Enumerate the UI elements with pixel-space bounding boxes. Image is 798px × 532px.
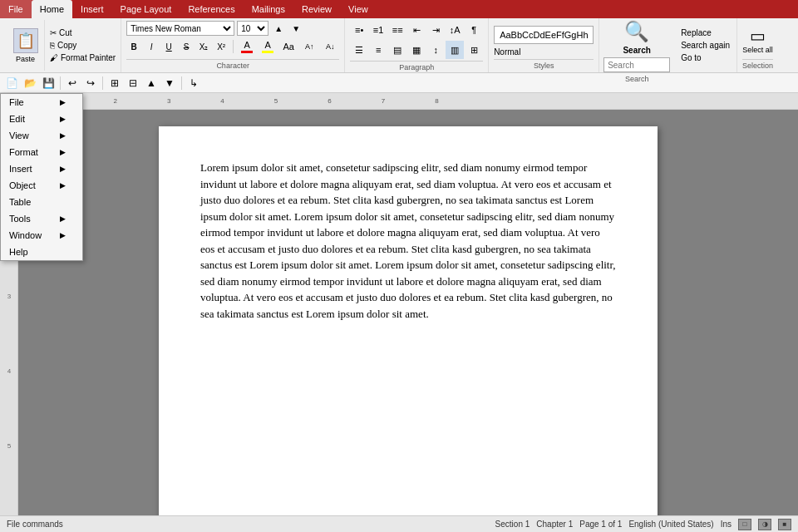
menu-arrow: ▶ bbox=[60, 231, 66, 239]
menu-arrow: ▶ bbox=[60, 148, 66, 156]
style-preview: AaBbCcDdEeFfGgHh bbox=[494, 26, 594, 44]
align-center-button[interactable]: ≡ bbox=[369, 41, 387, 59]
language-info: English (United States) bbox=[628, 520, 713, 529]
replace-button[interactable]: Replace bbox=[679, 27, 732, 38]
outdent-button[interactable]: ⇤ bbox=[407, 21, 426, 39]
style-name-label: Normal bbox=[494, 47, 520, 57]
menu-item-format[interactable]: Format ▶ bbox=[18, 144, 82, 160]
copy-button[interactable]: ⎘ Copy bbox=[48, 40, 117, 51]
tab-references[interactable]: References bbox=[180, 0, 243, 18]
paragraph-group: ≡• ≡1 ≡≡ ⇤ ⇥ ↕A ¶ ☰ ≡ ▤ ▦ ↕ ▥ ⊞ Paragrap… bbox=[345, 18, 489, 72]
menu-item-view[interactable]: View ▶ bbox=[18, 127, 82, 144]
selection-group: ▭ Select all Selection bbox=[737, 18, 778, 72]
menu-item-insert[interactable]: Insert ▶ bbox=[18, 160, 82, 177]
page-info: Page 1 of 1 bbox=[579, 520, 622, 529]
chapter-info: Chapter 1 bbox=[536, 520, 573, 529]
search-input[interactable] bbox=[603, 57, 670, 72]
tab-mailings[interactable]: Mailings bbox=[244, 0, 293, 18]
select-all-icon: ▭ bbox=[750, 26, 766, 46]
toolbar-btn-3[interactable]: ⊞ bbox=[106, 75, 123, 91]
font-down-button[interactable]: A↓ bbox=[321, 37, 339, 56]
styles-group: AaBbCcDdEeFfGgHh Normal Styles bbox=[489, 18, 599, 72]
status-icon-1: □ bbox=[738, 519, 751, 530]
pilcrow-button[interactable]: ¶ bbox=[465, 21, 483, 39]
sort-button[interactable]: ↕A bbox=[446, 21, 464, 39]
menu-arrow: ▶ bbox=[60, 115, 66, 123]
tab-page-layout[interactable]: Page Layout bbox=[112, 0, 180, 18]
font-color-bar bbox=[241, 51, 253, 53]
justify-button[interactable]: ▦ bbox=[407, 41, 426, 59]
toolbar-save-button[interactable]: 💾 bbox=[40, 75, 57, 91]
status-right: Section 1 Chapter 1 Page 1 of 1 English … bbox=[495, 519, 791, 530]
toolbar-btn-4[interactable]: ⊟ bbox=[125, 75, 141, 91]
border-button[interactable]: ⊞ bbox=[465, 41, 483, 59]
tab-insert[interactable]: Insert bbox=[72, 0, 112, 18]
paste-button[interactable]: 📋 Paste bbox=[7, 20, 45, 71]
bold-button[interactable]: B bbox=[126, 39, 141, 54]
menu-arrow: ▶ bbox=[60, 214, 66, 223]
menu-item-tools[interactable]: Tools ▶ bbox=[18, 210, 82, 227]
select-all-label: Select all bbox=[742, 46, 773, 54]
document-scroll-area[interactable]: File ▶ Edit ▶ View ▶ Format ▶ Insert ▶ bbox=[18, 110, 798, 515]
decrease-font-button[interactable]: ▼ bbox=[288, 21, 303, 36]
toolbar-open-button[interactable]: 📂 bbox=[22, 75, 38, 91]
highlight-color-button[interactable]: A bbox=[259, 37, 277, 56]
font-group-label: Character bbox=[126, 59, 339, 70]
menu-item-object[interactable]: Object ▶ bbox=[18, 177, 82, 194]
underline-button[interactable]: U bbox=[161, 39, 176, 54]
toolbar-new-button[interactable]: 📄 bbox=[3, 75, 20, 91]
toolbar-btn-7[interactable]: ↳ bbox=[185, 75, 202, 91]
toolbar-sep-1 bbox=[60, 76, 61, 90]
font-row-1: Times New Roman 10 12 14 ▲ ▼ bbox=[126, 21, 339, 36]
cut-button[interactable]: ✂ Cut bbox=[48, 27, 117, 38]
line-spacing-button[interactable]: ↕ bbox=[426, 41, 445, 59]
format-painter-button[interactable]: 🖌 Format Painter bbox=[48, 52, 117, 63]
para-row-2: ☰ ≡ ▤ ▦ ↕ ▥ ⊞ bbox=[350, 41, 483, 59]
status-icon-2: ◑ bbox=[758, 519, 771, 530]
tab-file[interactable]: File bbox=[0, 0, 32, 18]
list-number-button[interactable]: ≡1 bbox=[369, 21, 387, 39]
clear-format-button[interactable]: Aa bbox=[279, 37, 298, 56]
tab-review[interactable]: Review bbox=[293, 0, 340, 18]
menu-item-help[interactable]: Help bbox=[18, 244, 82, 260]
toolbar-btn-5[interactable]: ▲ bbox=[143, 75, 160, 91]
increase-font-button[interactable]: ▲ bbox=[271, 21, 286, 36]
search-again-button[interactable]: Search again bbox=[679, 40, 732, 51]
subscript-button[interactable]: X₂ bbox=[196, 39, 211, 54]
menu-arrow: ▶ bbox=[60, 165, 66, 173]
paste-icon: 📋 bbox=[13, 28, 38, 53]
font-color-icon: A bbox=[241, 41, 253, 53]
toolbar-btn-6[interactable]: ▼ bbox=[161, 75, 178, 91]
toolbar-redo-button[interactable]: ↪ bbox=[82, 75, 99, 91]
list-multi-button[interactable]: ≡≡ bbox=[388, 21, 406, 39]
menu-item-table[interactable]: Table bbox=[18, 194, 82, 210]
tab-view[interactable]: View bbox=[340, 0, 377, 18]
clipboard-items: ✂ Cut ⎘ Copy 🖌 Format Painter bbox=[45, 20, 117, 71]
list-bullet-button[interactable]: ≡• bbox=[350, 21, 368, 39]
toolbar-sep-3 bbox=[181, 76, 182, 90]
font-name-select[interactable]: Times New Roman bbox=[126, 21, 234, 36]
styles-content: AaBbCcDdEeFfGgHh Normal bbox=[494, 21, 594, 59]
document-page[interactable]: Lorem ipsum dolor sit amet, consetetur s… bbox=[159, 126, 658, 515]
indent-button[interactable]: ⇥ bbox=[426, 21, 445, 39]
toolbar-undo-button[interactable]: ↩ bbox=[64, 75, 81, 91]
search-label: Search bbox=[603, 72, 671, 83]
ribbon: 📋 Paste ✂ Cut ⎘ Copy 🖌 Format Painter Ti… bbox=[0, 18, 798, 73]
strikethrough-button[interactable]: S bbox=[179, 39, 194, 54]
superscript-button[interactable]: X² bbox=[214, 39, 229, 54]
align-left-button[interactable]: ☰ bbox=[350, 41, 368, 59]
font-up-button[interactable]: A↑ bbox=[300, 37, 318, 56]
tab-home[interactable]: Home bbox=[32, 0, 72, 18]
font-group: Times New Roman 10 12 14 ▲ ▼ B I U S X₂ … bbox=[121, 18, 345, 72]
menu-arrow: ▶ bbox=[60, 131, 66, 140]
menu-item-edit[interactable]: Edit ▶ bbox=[18, 111, 82, 127]
font-size-select[interactable]: 10 12 14 bbox=[237, 21, 268, 36]
menu-item-window[interactable]: Window ▶ bbox=[18, 227, 82, 244]
align-right-button[interactable]: ▤ bbox=[388, 41, 406, 59]
document-text: Lorem ipsum dolor sit amet, consetetur s… bbox=[200, 160, 616, 322]
italic-button[interactable]: I bbox=[144, 39, 159, 54]
font-color-button[interactable]: A bbox=[238, 37, 256, 56]
context-menu: File ▶ Edit ▶ View ▶ Format ▶ Insert ▶ bbox=[18, 110, 83, 261]
goto-button[interactable]: Go to bbox=[679, 52, 732, 63]
shading-button[interactable]: ▥ bbox=[446, 41, 464, 59]
